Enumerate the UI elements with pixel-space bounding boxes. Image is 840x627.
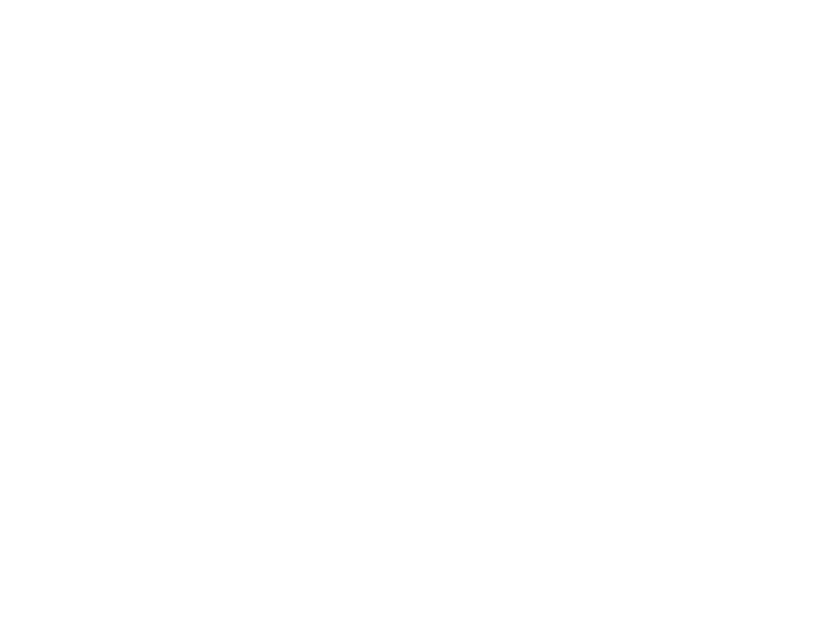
org-chart — [0, 0, 840, 27]
